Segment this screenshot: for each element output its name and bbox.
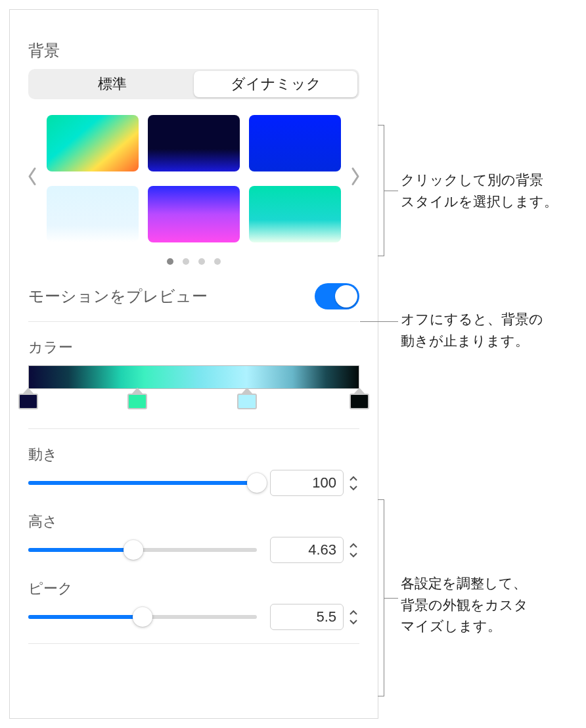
peak-slider-label: ピーク — [28, 579, 359, 599]
height-slider-label: 高さ — [28, 512, 359, 532]
tab-dynamic[interactable]: ダイナミック — [194, 71, 357, 97]
background-mode-segmented[interactable]: 標準 ダイナミック — [28, 69, 359, 99]
height-value-input[interactable] — [270, 537, 344, 563]
motion-preview-label: モーションをプレビュー — [28, 286, 208, 307]
stepper-down-icon[interactable] — [348, 550, 359, 559]
stepper-up-icon[interactable] — [348, 474, 359, 483]
motion-preview-toggle[interactable] — [315, 283, 359, 309]
callout-style-text: クリックして別の背景 スタイルを選択します。 — [401, 170, 558, 212]
stepper-up-icon[interactable] — [348, 541, 359, 550]
callout-toggle-text: オフにすると、背景の 動きが止まります。 — [401, 309, 543, 352]
pager-dot[interactable] — [198, 258, 205, 265]
divider — [28, 428, 359, 429]
height-slider-row — [28, 537, 359, 563]
background-thumbnail[interactable] — [249, 186, 341, 242]
toggle-knob — [335, 285, 357, 307]
pager-dot[interactable] — [167, 258, 173, 265]
motion-slider[interactable] — [28, 472, 257, 493]
background-thumbnail[interactable] — [47, 186, 139, 242]
gradient-stop[interactable] — [237, 388, 257, 409]
stepper-up-icon[interactable] — [348, 608, 359, 617]
motion-preview-row: モーションをプレビュー — [28, 283, 359, 322]
background-thumbnail[interactable] — [47, 115, 139, 171]
gradient-stop[interactable] — [18, 388, 38, 409]
gradient-stop[interactable] — [349, 388, 369, 409]
color-gradient-strip[interactable] — [28, 365, 359, 389]
chevron-right-icon[interactable] — [350, 168, 361, 191]
height-slider[interactable] — [28, 539, 257, 560]
background-title: 背景 — [28, 40, 359, 61]
callout-sliders: 各設定を調整して、 背景の外観をカスタ マイズします。 — [378, 499, 582, 696]
background-thumbnail[interactable] — [249, 115, 341, 171]
peak-slider-row — [28, 604, 359, 630]
height-stepper[interactable] — [348, 541, 359, 559]
pager-dot[interactable] — [214, 258, 221, 265]
motion-slider-label: 動き — [28, 445, 359, 465]
divider — [28, 643, 359, 644]
stepper-down-icon[interactable] — [348, 617, 359, 626]
peak-value-input[interactable] — [270, 604, 344, 630]
color-gradient-stops[interactable] — [28, 388, 359, 413]
chevron-left-icon[interactable] — [27, 168, 37, 191]
motion-stepper[interactable] — [348, 474, 359, 492]
background-thumbnail[interactable] — [148, 186, 240, 242]
peak-stepper[interactable] — [348, 608, 359, 626]
background-thumbnails — [28, 115, 359, 242]
pager-dot[interactable] — [183, 258, 189, 265]
peak-slider[interactable] — [28, 606, 257, 627]
motion-slider-row — [28, 470, 359, 496]
callout-style: クリックして別の背景 スタイルを選択します。 — [378, 125, 582, 256]
callout-sliders-text: 各設定を調整して、 背景の外観をカスタ マイズします。 — [401, 573, 528, 637]
color-label: カラー — [28, 338, 359, 357]
stepper-down-icon[interactable] — [348, 483, 359, 492]
inspector-panel: 背景 標準 ダイナミック モーションをプレビュー カラー 動き — [9, 9, 378, 719]
background-thumbnail[interactable] — [148, 115, 240, 171]
gradient-stop[interactable] — [127, 388, 147, 409]
pager-dots[interactable] — [28, 258, 359, 265]
motion-value-input[interactable] — [270, 470, 344, 496]
tab-standard[interactable]: 標準 — [30, 71, 194, 97]
